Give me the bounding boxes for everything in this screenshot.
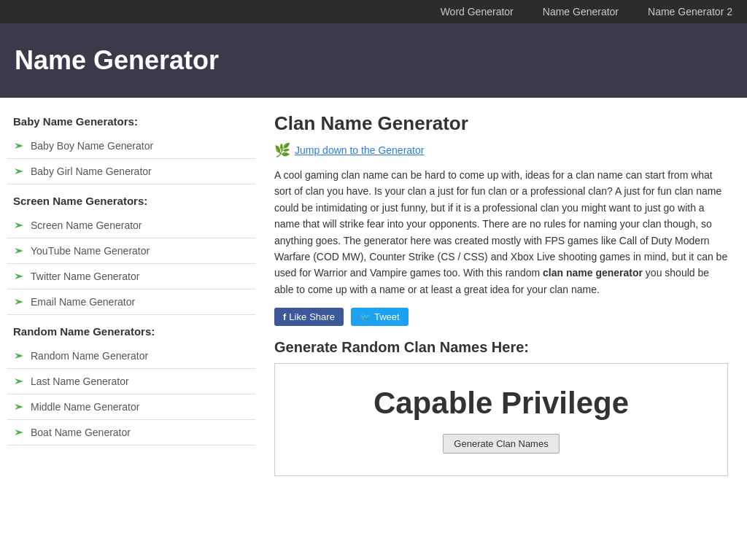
baby-boy-name-generator-link[interactable]: Baby Boy Name Generator [31, 140, 153, 152]
generate-section: Generate Random Clan Names Here: Capable… [274, 339, 728, 476]
list-item: Middle Name Generator [7, 394, 255, 420]
sidebar-section-random: Random Name Generators: [7, 315, 255, 343]
sidebar-section-screen: Screen Name Generators: [7, 184, 255, 213]
arrow-icon [13, 219, 25, 231]
twitter-icon: 🐦 [360, 311, 371, 322]
jump-link-container: 🌿 Jump down to the Generator [274, 142, 728, 158]
tweet-label: Tweet [374, 311, 400, 322]
arrow-icon [13, 245, 25, 257]
list-item: Random Name Generator [7, 343, 255, 369]
svg-marker-2 [15, 222, 23, 228]
facebook-icon: f [283, 311, 286, 322]
list-item: Baby Girl Name Generator [7, 159, 255, 184]
svg-marker-8 [15, 404, 23, 410]
list-item: Baby Boy Name Generator [7, 133, 255, 159]
svg-marker-3 [15, 248, 23, 254]
leaf-icon: 🌿 [274, 142, 290, 158]
generate-section-title: Generate Random Clan Names Here: [274, 339, 728, 356]
list-item: Boat Name Generator [7, 420, 255, 446]
twitter-tweet-button[interactable]: 🐦 Tweet [351, 308, 409, 326]
main-container: Baby Name Generators: Baby Boy Name Gene… [0, 98, 747, 491]
boat-name-generator-link[interactable]: Boat Name Generator [31, 427, 131, 438]
list-item: Email Name Generator [7, 289, 255, 315]
jump-to-generator-link[interactable]: Jump down to the Generator [295, 144, 424, 156]
page-title: Clan Name Generator [274, 112, 728, 135]
sidebar-section-baby: Baby Name Generators: [7, 105, 255, 133]
description-text: A cool gaming clan name can be hard to c… [274, 167, 728, 298]
arrow-icon [13, 140, 25, 152]
random-name-generator-link[interactable]: Random Name Generator [31, 350, 148, 362]
site-title: Name Generator [15, 45, 732, 76]
list-item: Screen Name Generator [7, 213, 255, 238]
screen-name-generator-link[interactable]: Screen Name Generator [31, 219, 142, 231]
svg-marker-0 [15, 143, 23, 149]
arrow-icon [13, 271, 25, 282]
list-item: Twitter Name Generator [7, 264, 255, 289]
middle-name-generator-link[interactable]: Middle Name Generator [31, 401, 139, 413]
fb-like-label: Like [289, 311, 306, 322]
youtube-name-generator-link[interactable]: YouTube Name Generator [31, 245, 150, 257]
site-header: Name Generator [0, 23, 747, 98]
arrow-icon [13, 401, 25, 413]
svg-marker-1 [15, 168, 23, 174]
arrow-icon [13, 166, 25, 177]
svg-marker-7 [15, 378, 23, 384]
social-buttons: f Like Share 🐦 Tweet [274, 308, 728, 326]
svg-marker-5 [15, 299, 23, 305]
sidebar: Baby Name Generators: Baby Boy Name Gene… [7, 105, 255, 483]
svg-marker-6 [15, 353, 23, 359]
arrow-icon [13, 427, 25, 438]
svg-marker-4 [15, 273, 23, 279]
description-bold: clan name generator [543, 267, 643, 279]
svg-marker-9 [15, 429, 23, 435]
description-part-1: A cool gaming clan name can be hard to c… [274, 169, 727, 279]
twitter-name-generator-link[interactable]: Twitter Name Generator [31, 271, 139, 282]
generator-box: Capable Privilege Generate Clan Names [274, 363, 728, 476]
fb-share-label: Share [309, 311, 335, 322]
facebook-like-button[interactable]: f Like Share [274, 308, 344, 326]
baby-girl-name-generator-link[interactable]: Baby Girl Name Generator [31, 166, 152, 177]
arrow-icon [13, 296, 25, 308]
nav-word-generator[interactable]: Word Generator [426, 0, 528, 23]
nav-name-generator-2[interactable]: Name Generator 2 [633, 0, 747, 23]
arrow-icon [13, 376, 25, 387]
nav-name-generator[interactable]: Name Generator [528, 0, 633, 23]
arrow-icon [13, 350, 25, 362]
list-item: YouTube Name Generator [7, 238, 255, 264]
email-name-generator-link[interactable]: Email Name Generator [31, 296, 135, 308]
generated-name: Capable Privilege [290, 386, 713, 421]
list-item: Last Name Generator [7, 369, 255, 394]
generate-clan-names-button[interactable]: Generate Clan Names [443, 434, 559, 454]
main-content: Clan Name Generator 🌿 Jump down to the G… [263, 105, 740, 483]
last-name-generator-link[interactable]: Last Name Generator [31, 376, 129, 387]
top-navigation: Word Generator Name Generator Name Gener… [0, 0, 747, 23]
